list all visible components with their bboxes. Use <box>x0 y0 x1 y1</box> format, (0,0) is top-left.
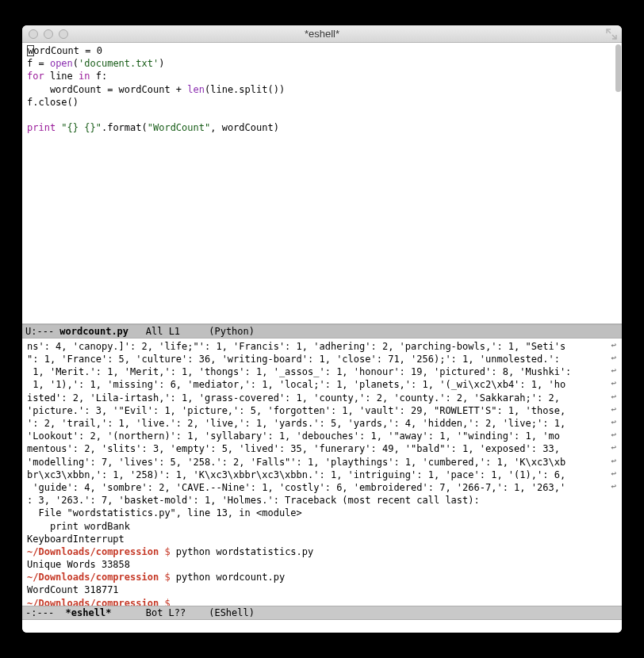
code-body[interactable]: wordCount = 0 f = open('document.txt') f… <box>22 43 622 136</box>
code-text: len <box>187 84 205 95</box>
wrap-icon: ↩ <box>611 417 616 429</box>
code-text: ) <box>159 58 164 69</box>
window-title: *eshell* <box>22 28 622 40</box>
code-text: open <box>50 58 73 69</box>
code-text: (line.split()) <box>205 84 285 95</box>
code-pane[interactable]: wordCount = 0 f = open('document.txt') f… <box>22 43 622 324</box>
wrap-icon: ↩ <box>611 340 616 352</box>
code-text: in <box>79 71 90 82</box>
code-text: "WordCount" <box>148 122 210 133</box>
wrap-icon: ↩ <box>611 469 616 480</box>
term-line: Unique Words 33858 <box>27 558 617 571</box>
eshell-pane[interactable]: ns': 4, 'canopy.]': 2, 'life;"': 1, 'Fra… <box>22 339 622 606</box>
prompt-dollar: $ <box>159 546 176 557</box>
code-text: f.close() <box>27 97 79 108</box>
modeline-status: U:--- <box>25 326 59 337</box>
wrap-icon: ↩ <box>611 365 616 377</box>
term-line: WordCount 318771 <box>27 583 617 596</box>
prompt-path: ~/Downloads/compression <box>27 572 159 583</box>
term-line: ~/Downloads/compression $ python wordsta… <box>27 545 617 558</box>
wrap-icon: ↩ <box>611 404 616 416</box>
code-text: ( <box>73 58 79 69</box>
wrap-icon: ↩ <box>611 442 616 454</box>
term-line: print wordBank <box>27 520 617 533</box>
prompt-path: ~/Downloads/compression <box>27 546 159 557</box>
term-line: KeyboardInterrupt <box>27 533 617 545</box>
titlebar[interactable]: *eshell* <box>22 25 622 43</box>
wrap-icon: ↩ <box>611 353 616 365</box>
term-line: File "wordstatistics.py", line 13, in <m… <box>27 507 617 519</box>
modeline-info: All L1 (Python) <box>128 326 255 337</box>
term-line: 'guide': 4, 'sombre': 2, 'CAVE.--Nine': … <box>27 481 617 494</box>
code-text: .format( <box>102 122 148 133</box>
term-line: 1, '1),': 1, 'missing': 6, 'mediator,': … <box>27 378 617 391</box>
code-text: "{} {}" <box>61 122 102 133</box>
wrap-icon: ↩ <box>611 481 616 493</box>
modeline-info: Bot L?? (EShell) <box>111 607 255 618</box>
term-line: ~/Downloads/compression $ <box>27 597 617 606</box>
term-line: 'Lookout': 2, '(northern)': 1, 'syllabar… <box>27 430 617 442</box>
prompt-path: ~/Downloads/compression <box>27 598 159 606</box>
term-line: 'modelling': 7, 'lives': 5, '258.': 2, '… <box>27 456 617 469</box>
code-text: line <box>44 71 79 82</box>
term-line: mentous': 2, 'slits': 3, 'empty': 5, 'li… <box>27 442 617 455</box>
code-text: ordCount = <box>33 45 96 56</box>
code-text: , wordCount) <box>210 122 279 133</box>
code-text: f = <box>27 58 50 69</box>
code-text: for <box>27 71 44 82</box>
code-text: f: <box>90 71 108 82</box>
content: wordCount = 0 f = open('document.txt') f… <box>22 43 622 633</box>
term-line: ": 1, 'France': 5, 'culture': 36, 'writi… <box>27 353 617 365</box>
term-line: 'picture.': 3, '"Evil': 1, 'picture,': 5… <box>27 404 617 417</box>
wrap-icon: ↩ <box>611 392 616 404</box>
wrap-icon: ↩ <box>611 430 616 442</box>
modeline-file: *eshell* <box>66 607 112 618</box>
prompt-dollar: $ <box>159 572 176 583</box>
wrap-icon: ↩ <box>611 378 616 390</box>
term-line: ~/Downloads/compression $ python wordcou… <box>27 571 617 583</box>
modeline-status: -:--- <box>25 607 66 618</box>
fullscreen-icon[interactable] <box>606 29 617 40</box>
code-text: 'document.txt' <box>79 58 159 69</box>
modeline-bottom[interactable]: -:--- *eshell* Bot L?? (EShell) <box>22 606 622 620</box>
term-line: isted': 2, 'Lila-irtash,': 1, 'grass-cov… <box>27 392 617 404</box>
term-line: ': 2, 'trail,': 1, 'live.': 2, 'live,': … <box>27 417 617 430</box>
code-text: wordCount = wordCount + <box>27 84 187 95</box>
term-line: : 3, '263.': 7, 'basket-mold': 1, 'Holme… <box>27 494 617 507</box>
term-line: ns': 4, 'canopy.]': 2, 'life;"': 1, 'Fra… <box>27 340 617 353</box>
scrollbar[interactable] <box>615 44 621 92</box>
prompt-dollar: $ <box>159 598 176 606</box>
code-text: print <box>27 122 56 133</box>
term-line: br\xc3\xbbn,': 1, '258)': 1, 'K\xc3\xbbr… <box>27 469 617 481</box>
emacs-window: *eshell* wordCount = 0 f = open('documen… <box>22 25 622 633</box>
modeline-file: wordcount.py <box>59 326 128 337</box>
term-line: 1, 'Merit.': 1, 'Merit,': 1, 'thongs': 1… <box>27 365 617 378</box>
code-text: 0 <box>97 45 102 56</box>
wrap-icon: ↩ <box>611 456 616 468</box>
minibuffer[interactable] <box>22 620 622 633</box>
eshell-body[interactable]: ns': 4, 'canopy.]': 2, 'life;"': 1, 'Fra… <box>22 339 622 606</box>
modeline-top[interactable]: U:--- wordcount.py All L1 (Python) <box>22 324 622 339</box>
